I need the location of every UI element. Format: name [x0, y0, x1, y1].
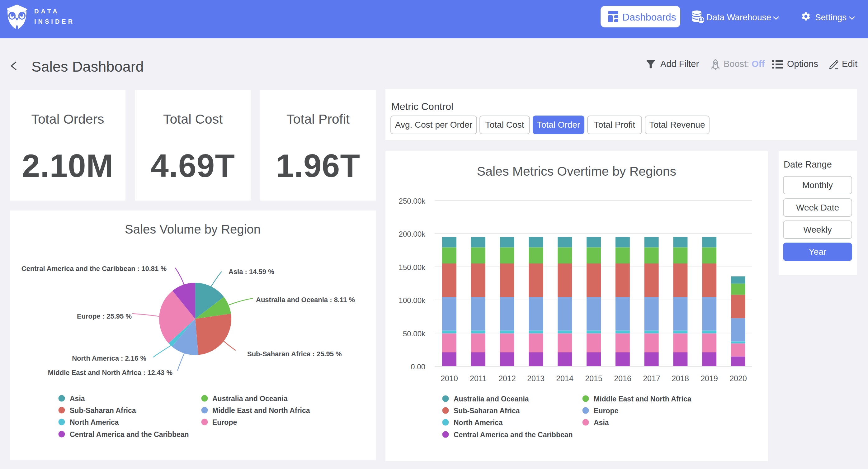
svg-text:2012: 2012: [498, 374, 516, 383]
svg-text:0.00: 0.00: [411, 362, 425, 371]
svg-text:Europe: Europe: [212, 418, 237, 426]
svg-text:Australia and Oceania : 8.11 %: Australia and Oceania : 8.11 %: [256, 296, 355, 304]
svg-text:2011: 2011: [470, 374, 487, 383]
svg-text:2013: 2013: [527, 374, 545, 383]
svg-text:250.00k: 250.00k: [399, 197, 426, 205]
svg-text:2017: 2017: [643, 374, 660, 383]
svg-text:North America: North America: [70, 418, 119, 426]
svg-text:2019: 2019: [701, 374, 718, 383]
svg-text:2015: 2015: [585, 374, 602, 383]
svg-text:2018: 2018: [672, 374, 689, 383]
svg-text:Middle East and North Africa: Middle East and North Africa: [212, 406, 310, 414]
svg-text:50.00k: 50.00k: [403, 329, 426, 338]
svg-text:Australia and Oceania: Australia and Oceania: [212, 394, 288, 403]
svg-text:2020: 2020: [730, 374, 747, 383]
svg-text:2014: 2014: [556, 374, 574, 383]
svg-text:Middle East and North Africa: Middle East and North Africa: [594, 395, 691, 403]
svg-text:Sub-Saharan Africa: Sub-Saharan Africa: [454, 407, 520, 415]
svg-text:Central America and the Caribb: Central America and the Caribbean: [454, 431, 573, 439]
svg-text:Middle East and North Africa :: Middle East and North Africa : 12.43 %: [48, 369, 173, 377]
svg-text:Europe : 25.95 %: Europe : 25.95 %: [77, 312, 132, 320]
svg-text:Sales Volume by Region: Sales Volume by Region: [125, 222, 260, 236]
svg-text:200.00k: 200.00k: [399, 230, 426, 238]
svg-text:100.00k: 100.00k: [399, 296, 426, 304]
svg-text:Australia and Oceania: Australia and Oceania: [454, 395, 529, 403]
svg-text:North America : 2.16 %: North America : 2.16 %: [72, 354, 146, 362]
svg-text:Central America and the Caribb: Central America and the Caribbean: [70, 430, 189, 438]
svg-text:Asia : 14.59 %: Asia : 14.59 %: [228, 268, 274, 275]
svg-text:150.00k: 150.00k: [399, 263, 426, 271]
svg-text:2010: 2010: [440, 374, 458, 383]
svg-text:Sub-Saharan Africa: Sub-Saharan Africa: [70, 406, 136, 414]
svg-text:Sub-Saharan Africa : 25.95 %: Sub-Saharan Africa : 25.95 %: [247, 350, 342, 358]
svg-text:Asia: Asia: [70, 394, 85, 403]
svg-text:Sales Metrics Overtime by Regi: Sales Metrics Overtime by Regions: [477, 164, 676, 178]
svg-text:Asia: Asia: [594, 418, 609, 427]
svg-text:North America: North America: [454, 418, 503, 427]
svg-text:2016: 2016: [614, 374, 631, 383]
svg-text:Europe: Europe: [594, 407, 618, 415]
svg-text:Central America and the Caribb: Central America and the Caribbean : 10.8…: [22, 265, 166, 272]
